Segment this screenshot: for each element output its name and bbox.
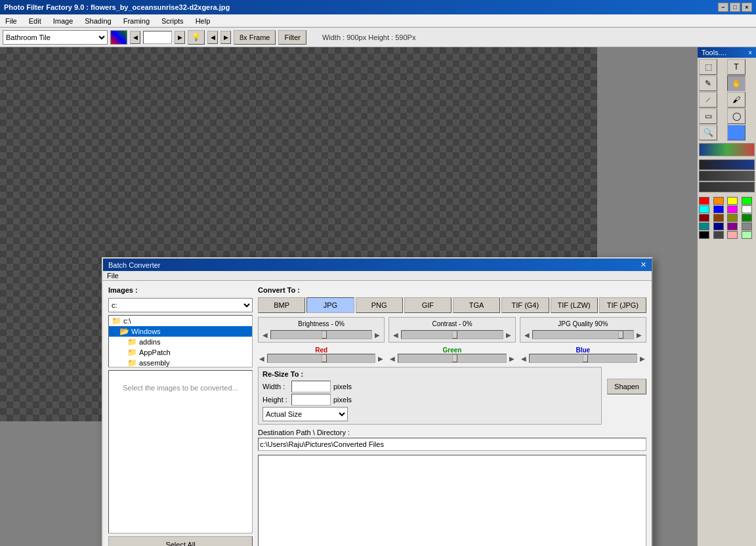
jpg-quality-right-arrow[interactable]: ▶ [635, 331, 643, 339]
green-left-arrow[interactable]: ◀ [388, 355, 396, 362]
palette-color[interactable] [727, 222, 738, 230]
format-gif[interactable]: GIF [404, 297, 452, 313]
palette-color[interactable] [742, 222, 752, 230]
batch-content: Images : c: 📁 c:\ 📂 Wind [103, 281, 652, 546]
filter-dropdown[interactable]: Bathroom Tile [3, 30, 108, 45]
palette-color[interactable] [699, 205, 709, 213]
palette-color[interactable] [713, 197, 724, 205]
palette-color[interactable] [713, 222, 724, 230]
batch-dialog-title: Batch Converter [108, 261, 160, 269]
width-row: Width : pixels [262, 381, 597, 392]
palette-color[interactable] [713, 205, 724, 213]
format-jpg[interactable]: JPG [306, 297, 354, 313]
red-thumb [322, 354, 327, 362]
prev-arrow[interactable]: ◀ [130, 31, 140, 44]
red-slider[interactable] [267, 354, 375, 363]
contrast-slider[interactable] [401, 330, 503, 339]
tool-color[interactable] [727, 125, 746, 140]
blue-left-arrow[interactable]: ◀ [520, 355, 528, 362]
batch-menu-file[interactable]: File [107, 272, 119, 280]
palette-color[interactable] [742, 214, 752, 222]
blue-slider[interactable] [529, 354, 637, 363]
blue-right-arrow[interactable]: ▶ [639, 355, 646, 362]
tools-close-button[interactable]: × [748, 49, 752, 56]
brightness-right-arrow[interactable]: ▶ [373, 331, 381, 339]
tool-zoom[interactable]: 🔍 [699, 125, 717, 140]
batch-title-bar[interactable]: Batch Converter ✕ [103, 259, 652, 271]
tree-item-addins[interactable]: 📁 addins [109, 337, 252, 347]
palette-color[interactable] [699, 197, 709, 205]
frame-button[interactable]: 8x Frame [234, 30, 276, 45]
red-left-arrow[interactable]: ◀ [258, 355, 266, 362]
tool-ellipse[interactable]: ◯ [727, 108, 746, 124]
menu-scripts[interactable]: Scripts [159, 16, 186, 26]
tree-item-apppatch[interactable]: 📁 AppPatch [109, 347, 252, 358]
color-preview[interactable] [110, 30, 127, 45]
size-mode-dropdown[interactable]: Actual Size Custom Size Fit to Width Fit… [262, 407, 348, 421]
palette-color[interactable] [727, 214, 738, 222]
palette-color[interactable] [727, 197, 738, 205]
tool-pencil[interactable]: ✎ [699, 75, 717, 91]
format-tif-lzw[interactable]: TIF (LZW) [551, 297, 598, 313]
title-bar-controls[interactable]: − □ × [718, 3, 752, 12]
tree-item-assembly[interactable]: 📁 assembly [109, 358, 252, 368]
next-arrow[interactable]: ▶ [175, 31, 185, 44]
green-adj: Green ◀ ▶ [388, 346, 515, 363]
sharpen-button[interactable]: Shapen [607, 379, 646, 394]
menu-shading[interactable]: Shading [82, 16, 114, 26]
menu-image[interactable]: Image [51, 16, 76, 26]
close-button[interactable]: × [742, 3, 752, 12]
right-arrow-2[interactable]: ▶ [220, 31, 231, 44]
file-tree[interactable]: 📁 c:\ 📂 Windows 📁 addins 📁 [108, 315, 253, 368]
maximize-button[interactable]: □ [730, 3, 740, 12]
brightness-left-arrow[interactable]: ◀ [261, 331, 269, 339]
palette-color[interactable] [699, 222, 709, 230]
palette-color[interactable] [713, 214, 724, 222]
palette-color[interactable] [699, 231, 709, 239]
lamp-button[interactable]: 💡 [188, 30, 205, 45]
minimize-button[interactable]: − [718, 3, 728, 12]
jpg-quality-left-arrow[interactable]: ◀ [523, 331, 531, 339]
menu-edit[interactable]: Edit [26, 16, 44, 26]
left-arrow-2[interactable]: ◀ [207, 31, 218, 44]
brightness-slider[interactable] [270, 330, 372, 339]
filter-button[interactable]: Filter [278, 30, 306, 45]
height-input[interactable] [291, 394, 331, 406]
red-right-arrow[interactable]: ▶ [377, 355, 385, 362]
menu-help[interactable]: Help [193, 16, 213, 26]
jpg-quality-slider[interactable] [532, 330, 634, 339]
format-tif-jpg[interactable]: TIF (JPG) [599, 297, 646, 313]
palette-color[interactable] [713, 231, 724, 239]
format-png[interactable]: PNG [356, 297, 403, 313]
format-bmp[interactable]: BMP [258, 297, 305, 313]
palette-color[interactable] [699, 214, 709, 222]
contrast-thumb [452, 331, 457, 339]
palette-color[interactable] [742, 205, 752, 213]
select-all-button[interactable]: Select All [108, 536, 253, 546]
tool-rectangle[interactable]: ▭ [699, 108, 717, 124]
width-input[interactable] [291, 381, 331, 392]
tool-text[interactable]: T [727, 59, 746, 75]
tree-item-windows[interactable]: 📂 Windows [109, 326, 252, 337]
batch-close-button[interactable]: ✕ [640, 261, 646, 269]
tool-paint[interactable]: 🖌 [727, 92, 746, 108]
format-tga[interactable]: TGA [453, 297, 500, 313]
menu-file[interactable]: File [3, 16, 20, 26]
tool-eyedropper[interactable]: ⟋ [699, 92, 717, 108]
tool-hand[interactable]: ✋ [727, 75, 746, 91]
contrast-left-arrow[interactable]: ◀ [392, 331, 400, 339]
menu-framing[interactable]: Framing [121, 16, 152, 26]
format-tif-g4[interactable]: TIF (G4) [501, 297, 549, 313]
palette-color[interactable] [727, 205, 738, 213]
drive-selector[interactable]: c: [108, 298, 253, 312]
palette-color[interactable] [742, 231, 752, 239]
palette-color[interactable] [742, 197, 752, 205]
tree-item-root[interactable]: 📁 c:\ [109, 316, 252, 326]
palette-color[interactable] [727, 231, 738, 239]
green-slider[interactable] [398, 354, 506, 363]
tool-select[interactable]: ⬚ [699, 59, 717, 75]
destination-input[interactable] [258, 438, 646, 451]
tools-title: Tools.... × [698, 47, 756, 58]
contrast-right-arrow[interactable]: ▶ [505, 331, 513, 339]
green-right-arrow[interactable]: ▶ [508, 355, 516, 362]
